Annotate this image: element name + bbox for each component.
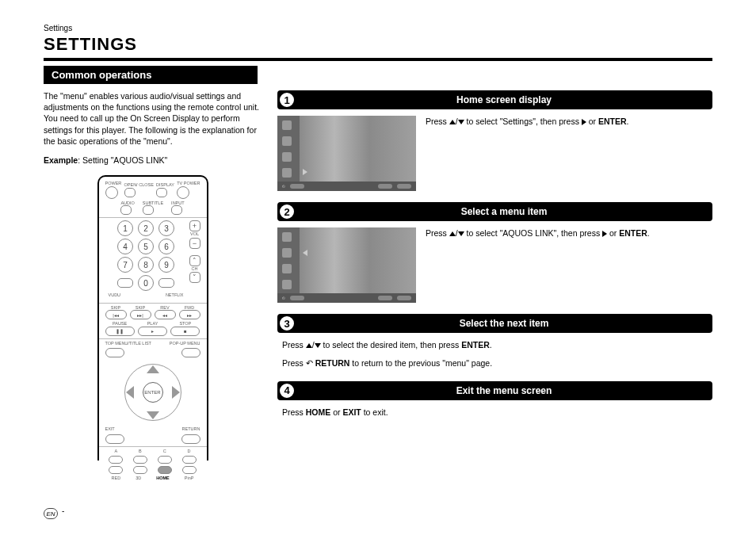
- example-label: Example: [44, 155, 78, 165]
- step-2-text: Press / to select "AQUOS LINK", then pre…: [426, 227, 650, 240]
- step-4-text: Press HOME or EXIT to exit.: [277, 407, 712, 419]
- up-arrow-icon: [449, 120, 456, 124]
- step-2-number: 2: [278, 203, 296, 220]
- left-column: The "menu" enables various audio/visual …: [44, 90, 262, 460]
- step-3: 3 Select the next item Press / to select…: [277, 314, 712, 370]
- step-3-number: 3: [278, 315, 296, 332]
- dpad: ENTER: [121, 361, 185, 424]
- step-1-title: Home screen display: [304, 94, 704, 105]
- up-arrow-icon: [449, 231, 456, 236]
- breadcrumb: Settings: [44, 24, 712, 32]
- intro-text: The "menu" enables various audio/visual …: [44, 90, 262, 147]
- step-4-number: 4: [278, 382, 296, 399]
- step-4: 4 Exit the menu screen Press HOME or EXI…: [277, 381, 712, 419]
- step-2-screenshot: ⎋: [277, 227, 416, 303]
- step-4-title: Exit the menu screen: [304, 385, 704, 396]
- step-1: 1 Home screen display ⎋ Press / to selec…: [277, 90, 712, 191]
- step-1-bar: 1 Home screen display: [277, 90, 712, 109]
- step-3-title: Select the next item: [304, 318, 704, 329]
- up-arrow-icon: [306, 343, 312, 348]
- return-icon: ↶: [306, 357, 313, 370]
- example-value: : Setting "AQUOS LINK": [78, 155, 167, 165]
- step-2-title: Select a menu item: [304, 206, 704, 217]
- step-2: 2 Select a menu item ⎋ Press / to select…: [277, 202, 712, 303]
- right-column: 1 Home screen display ⎋ Press / to selec…: [277, 90, 712, 460]
- step-1-text: Press / to select "Settings", then press…: [426, 116, 629, 128]
- step-4-bar: 4 Exit the menu screen: [277, 381, 712, 400]
- step-3-bar: 3 Select the next item: [277, 314, 712, 333]
- section-heading: Common operations: [44, 66, 258, 84]
- title-rule: [44, 58, 712, 61]
- page-title: SETTINGS: [44, 34, 712, 55]
- step-1-number: 1: [278, 91, 296, 109]
- step-2-bar: 2 Select a menu item: [277, 202, 712, 221]
- footer-language-badge: EN: [44, 508, 58, 519]
- remote-illustration: POWER OPEN/ CLOSE DISPLAY TV POWER AUDIO…: [97, 175, 208, 460]
- step-3-text: Press / to select the desired item, then…: [277, 339, 712, 370]
- example-line: Example: Setting "AQUOS LINK": [44, 155, 262, 166]
- down-arrow-icon: [315, 343, 321, 348]
- down-arrow-icon: [458, 120, 464, 124]
- step-1-screenshot: ⎋: [277, 116, 416, 191]
- down-arrow-icon: [458, 231, 464, 236]
- footer-page-dash: -: [62, 506, 64, 515]
